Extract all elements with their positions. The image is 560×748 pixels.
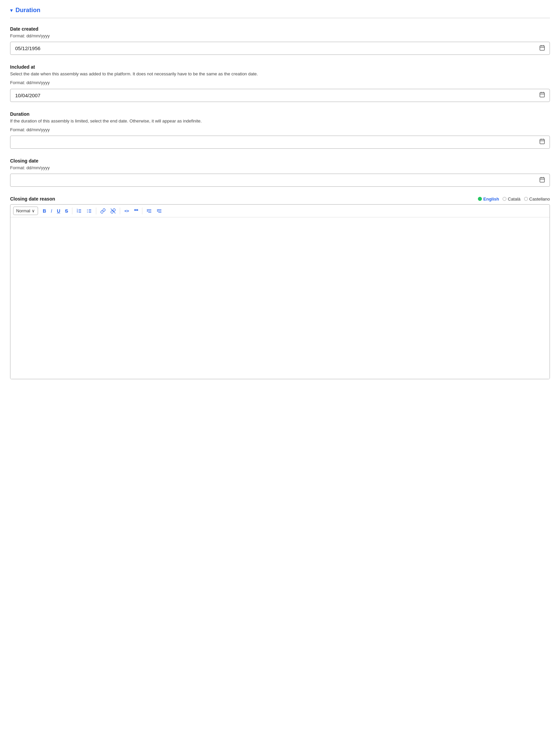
lang-english-radio [478, 197, 482, 201]
section-title: Duration [16, 7, 40, 14]
date-created-input-wrapper [10, 42, 550, 55]
lang-english-label: English [483, 196, 499, 202]
format-dropdown-value: Normal [16, 208, 30, 213]
duration-input-wrapper [10, 136, 550, 149]
included-at-label: Included at [10, 64, 550, 70]
duration-input[interactable] [10, 136, 550, 149]
section-header: ▾ Duration [10, 7, 550, 14]
duration-group: Duration If the duration of this assembl… [10, 111, 550, 149]
toolbar-sep-3 [120, 208, 120, 214]
closing-reason-header: Closing date reason English Català Caste… [10, 196, 550, 202]
svg-text:3.: 3. [77, 211, 78, 213]
editor-toolbar: Normal ∨ B I U S 1. [10, 205, 550, 217]
format-dropdown[interactable]: Normal ∨ [13, 207, 38, 215]
blockquote-btn[interactable]: ❝❝ [132, 207, 140, 215]
svg-point-25 [87, 209, 88, 210]
included-at-description: Select the date when this assembly was a… [10, 71, 550, 77]
included-at-format: Format: dd/mm/yyyy [10, 80, 550, 86]
section-divider [10, 18, 550, 18]
language-selector: English Català Castellano [478, 196, 550, 202]
lang-catala[interactable]: Català [503, 196, 521, 202]
closing-date-input[interactable] [10, 173, 550, 187]
toolbar-sep-1 [72, 208, 72, 214]
svg-point-26 [87, 211, 88, 211]
indent-btn[interactable] [144, 207, 154, 215]
lang-castellano[interactable]: Castellano [524, 196, 550, 202]
date-created-calendar-btn[interactable] [538, 43, 546, 53]
lang-castellano-radio [524, 197, 528, 201]
duration-format: Format: dd/mm/yyyy [10, 127, 550, 133]
toolbar-sep-2 [96, 208, 96, 214]
italic-btn[interactable]: I [49, 207, 54, 215]
lang-catala-radio [503, 197, 507, 201]
duration-label: Duration [10, 111, 550, 117]
closing-date-input-wrapper [10, 173, 550, 187]
closing-reason-label: Closing date reason [10, 196, 55, 202]
unordered-list-btn[interactable] [85, 207, 94, 215]
svg-rect-4 [540, 93, 544, 97]
rich-text-editor: Normal ∨ B I U S 1. [10, 204, 550, 379]
included-at-input[interactable] [10, 89, 550, 102]
date-created-group: Date created Format: dd/mm/yyyy [10, 26, 550, 55]
unlink-btn[interactable] [108, 207, 118, 215]
closing-date-group: Closing date Format: dd/mm/yyyy [10, 158, 550, 187]
duration-calendar-btn[interactable] [538, 137, 546, 147]
toolbar-sep-4 [142, 208, 142, 214]
svg-point-27 [87, 212, 88, 213]
svg-rect-12 [540, 178, 544, 182]
chevron-icon: ▾ [10, 7, 13, 14]
closing-date-label: Closing date [10, 158, 550, 164]
date-created-format: Format: dd/mm/yyyy [10, 33, 550, 39]
outdent-btn[interactable] [155, 207, 164, 215]
page-container: ▾ Duration Date created Format: dd/mm/yy… [0, 0, 560, 748]
link-btn[interactable] [98, 207, 108, 215]
lang-english[interactable]: English [478, 196, 499, 202]
bold-btn[interactable]: B [41, 207, 48, 215]
closing-date-calendar-btn[interactable] [538, 175, 546, 185]
closing-reason-group: Closing date reason English Català Caste… [10, 196, 550, 379]
strikethrough-btn[interactable]: S [63, 207, 70, 215]
format-dropdown-chevron: ∨ [32, 208, 35, 213]
included-at-input-wrapper [10, 89, 550, 102]
date-created-label: Date created [10, 26, 550, 32]
svg-rect-0 [540, 46, 544, 50]
included-at-calendar-btn[interactable] [538, 90, 546, 100]
lang-catala-label: Català [508, 196, 521, 202]
underline-btn[interactable]: U [55, 207, 62, 215]
closing-date-format: Format: dd/mm/yyyy [10, 165, 550, 171]
date-created-input[interactable] [10, 42, 550, 55]
editor-content[interactable] [10, 217, 550, 379]
duration-description: If the duration of this assembly is limi… [10, 118, 550, 124]
lang-castellano-label: Castellano [529, 196, 550, 202]
svg-rect-8 [540, 139, 544, 144]
included-at-group: Included at Select the date when this as… [10, 64, 550, 102]
ordered-list-btn[interactable]: 1. 2. 3. [74, 207, 84, 215]
code-btn[interactable]: <> [122, 207, 131, 215]
